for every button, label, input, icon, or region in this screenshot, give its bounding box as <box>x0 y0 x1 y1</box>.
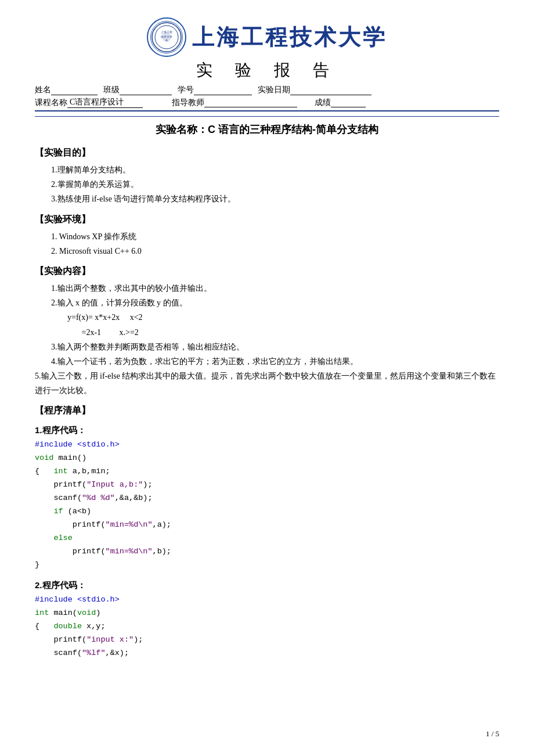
program2-title: 2.程序代码： <box>35 580 499 591</box>
info-section: 姓名 班级 学号 实验日期 课程名称 C语言程序设计 指导教师 成绩 <box>35 85 499 108</box>
experiment-title: 实验名称：C 语言的三种程序结构-简单分支结构 <box>35 123 499 136</box>
svg-text:技术大学: 技术大学 <box>160 35 172 38</box>
purpose-content: 1.理解简单分支结构。 2.掌握简单的关系运算。 3.熟练使用 if-else … <box>35 163 499 207</box>
content-header: 【实验内容】 <box>35 265 499 278</box>
score-label: 成绩 <box>315 98 331 108</box>
environment-header: 【实验环境】 <box>35 214 499 226</box>
university-logo: 上海工程 技术大学 <box>147 17 186 57</box>
program2-code: #include <stdio.h> int main(void) { doub… <box>35 593 499 660</box>
svg-text:上海工程: 上海工程 <box>161 30 172 34</box>
course-value: C语言程序设计 <box>67 97 143 108</box>
report-title: 实 验 报 告 <box>196 59 338 81</box>
name-label: 姓名 <box>35 85 51 95</box>
course-label: 课程名称 <box>35 98 67 108</box>
id-label: 学号 <box>178 85 194 95</box>
environment-content: 1. Windows XP 操作系统 2. Microsoft visual C… <box>35 229 499 258</box>
date-label: 实验日期 <box>258 85 290 95</box>
divider-bottom <box>35 116 499 117</box>
university-name: 上海工程技术大学 <box>192 23 387 52</box>
teacher-label: 指导教师 <box>172 98 204 108</box>
divider-top <box>35 110 499 111</box>
code-list-header: 【程序清单】 <box>35 405 499 417</box>
program1-code: #include <stdio.h> void main() { int a,b… <box>35 438 499 571</box>
content-items: 1.输出两个整数，求出其中的较小值并输出。 2.输入 x 的值，计算分段函数 y… <box>35 281 499 398</box>
class-label: 班级 <box>103 85 120 95</box>
purpose-header: 【实验目的】 <box>35 147 499 159</box>
program1-title: 1.程序代码： <box>35 425 499 436</box>
page-number: 1 / 5 <box>486 729 499 739</box>
